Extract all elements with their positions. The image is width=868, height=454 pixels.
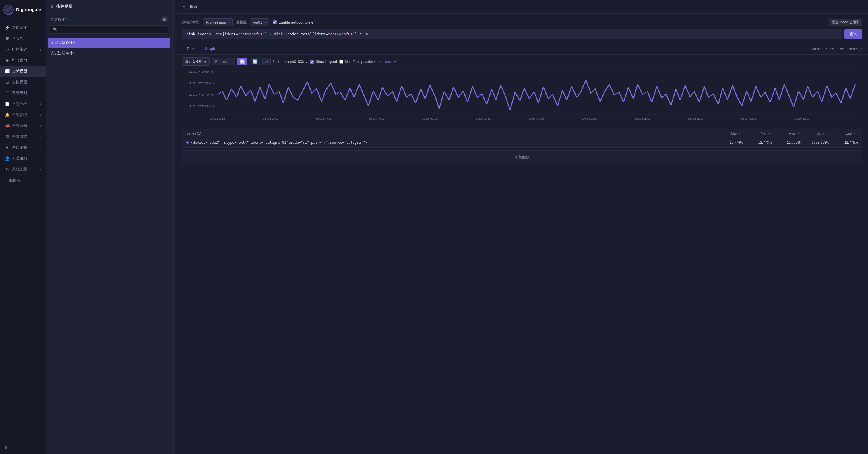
series-col-max[interactable]: Max ▲▼ bbox=[714, 131, 743, 135]
series-avg-value: 12.775% bbox=[772, 141, 801, 144]
chart-svg: 12.776% 12.775% 12.774% 12.773% 08:30 08… bbox=[182, 69, 862, 123]
menu-icon: ≡ bbox=[5, 445, 8, 450]
sidebar-item-instant-query[interactable]: ⊕ 即时查询 bbox=[0, 55, 46, 66]
series-col-avg[interactable]: Avg ▲▼ bbox=[772, 131, 801, 135]
load-info: Load time: 62ms Result series: 1 bbox=[809, 47, 862, 51]
sidebar-item-label: 系统配置 bbox=[12, 167, 27, 172]
query-controls: 数据源类型 Prometheus ∨ 数据源 vm01 ∨ Enable aut… bbox=[182, 19, 862, 26]
svg-text:08:45: 08:45 bbox=[369, 118, 385, 120]
scrollable-content: 数据源类型 Prometheus ∨ 数据源 vm01 ∨ Enable aut… bbox=[176, 14, 868, 454]
resolution-input[interactable] bbox=[212, 58, 235, 65]
bar-chart-button[interactable]: 📊 bbox=[250, 58, 260, 65]
infra-icon: 🖥 bbox=[5, 145, 10, 150]
search-input[interactable] bbox=[59, 27, 165, 32]
svg-text:08:55: 08:55 bbox=[475, 118, 491, 120]
sidebar-item-alert-self[interactable]: ✉ 告警自愈 › bbox=[0, 131, 46, 142]
chevron-icon: › bbox=[40, 102, 41, 106]
gear-icon: ⚙ bbox=[51, 5, 54, 9]
series-col-last[interactable]: Last ▲▼ bbox=[829, 131, 858, 135]
main-header: ✕ 查询 bbox=[176, 0, 868, 14]
autocomplete-checkbox[interactable] bbox=[273, 20, 277, 24]
table-row: {device="sda2",fstype="ext4",ident="cate… bbox=[182, 138, 862, 147]
sidebar-item-label: 仪表盘 bbox=[12, 36, 23, 41]
tab-table[interactable]: Table bbox=[182, 44, 200, 54]
sidebar-item-label: 指标视图 bbox=[12, 69, 27, 74]
tooltip-badge: 硬盘 inode 使用率 bbox=[829, 19, 862, 26]
sidebar-item-time-series[interactable]: ⏱ 时序指标 ∨ bbox=[0, 44, 46, 55]
datasource-select[interactable]: vm01 ∨ bbox=[250, 19, 269, 26]
sort-arrows: ▲▼ bbox=[767, 132, 772, 135]
add-panel-button[interactable]: 添加面板 bbox=[182, 150, 862, 164]
record-rules-icon: ☰ bbox=[5, 91, 10, 95]
quick-view-icon: ⊞ bbox=[5, 80, 10, 85]
collapse-handle[interactable]: ‹ bbox=[172, 0, 176, 454]
series-col-sum[interactable]: Sum ▲▼ bbox=[801, 131, 829, 135]
sidebar-item-label: 基础设施 bbox=[12, 145, 27, 150]
chevron-icon: › bbox=[40, 157, 41, 160]
datasource-label: 数据源 bbox=[236, 20, 247, 25]
collapse-icon: ‹ bbox=[174, 225, 175, 229]
series-col-min[interactable]: Min ▲▼ bbox=[743, 131, 772, 135]
close-button[interactable]: ✕ bbox=[182, 4, 186, 9]
graph-controls: 最近 1 小时 ∨ 📈 📊 ⇗ Unit percent(0-100) ∨ Sh… bbox=[176, 55, 868, 69]
filter-item[interactable]: 测试过滤条件A bbox=[48, 38, 169, 48]
filter-item[interactable]: 测试过滤条件B bbox=[46, 48, 172, 58]
sidebar-item-label: 即时查询 bbox=[12, 58, 27, 63]
autocomplete-label[interactable]: Enable autocomplete bbox=[273, 20, 313, 24]
sidebar-item-alert-mgmt[interactable]: 🔔 告警管理 › bbox=[0, 109, 46, 120]
log-analysis-icon: 📄 bbox=[5, 102, 10, 106]
chevron-icon: › bbox=[40, 124, 41, 127]
chevron-down-icon: ∨ bbox=[228, 21, 229, 24]
sidebar-item-datasource[interactable]: 数据源 bbox=[0, 175, 46, 186]
line-chart-button[interactable]: 📈 bbox=[237, 58, 247, 65]
sidebar-item-log-analysis[interactable]: 📄 日志分析 › bbox=[0, 98, 46, 109]
logo: Nightingale bbox=[0, 0, 46, 20]
multi-tooltip-label[interactable]: Multi Tooltip, order value desc asc bbox=[339, 59, 397, 64]
result-series: Result series: 1 bbox=[838, 47, 862, 51]
sidebar-item-alert-notify[interactable]: 📣 告警通知 › bbox=[0, 120, 46, 131]
quick-jump-icon: ⚡ bbox=[5, 25, 10, 30]
chevron-icon: › bbox=[40, 146, 41, 149]
sidebar-item-quick-view[interactable]: ⊞ 快捷视图 bbox=[0, 77, 46, 88]
svg-text:09:15: 09:15 bbox=[688, 118, 704, 120]
sidebar-item-org[interactable]: 👤 人员组织 › bbox=[0, 153, 46, 164]
show-legend-checkbox[interactable] bbox=[310, 60, 314, 64]
sidebar-item-metrics-view[interactable]: 📉 指标视图 bbox=[0, 66, 46, 77]
execute-button[interactable]: 查询 bbox=[844, 29, 862, 39]
share-button[interactable]: ⇗ bbox=[262, 58, 271, 65]
alert-mgmt-icon: 🔔 bbox=[5, 112, 10, 117]
sidebar-item-sys-config[interactable]: ⚙ 系统配置 ∨ bbox=[0, 164, 46, 175]
series-col-name: Series (1) bbox=[186, 131, 714, 135]
logo-icon bbox=[3, 5, 14, 15]
svg-text:09:00: 09:00 bbox=[528, 118, 545, 120]
sys-config-icon: ⚙ bbox=[5, 167, 10, 172]
multi-tooltip-checkbox[interactable] bbox=[339, 60, 343, 64]
chevron-icon: › bbox=[40, 135, 41, 138]
expand-button[interactable]: ⊡ bbox=[161, 17, 168, 22]
order-select[interactable]: desc asc bbox=[384, 59, 397, 64]
time-range-select[interactable]: 最近 1 小时 ∨ bbox=[182, 57, 210, 66]
show-legend-label[interactable]: Show Legend bbox=[310, 60, 337, 64]
sidebar-item-dashboard[interactable]: ▦ 仪表盘 › bbox=[0, 33, 46, 44]
info-icon: ⓘ bbox=[66, 17, 70, 22]
svg-point-0 bbox=[4, 5, 13, 14]
dashboard-icon: ▦ bbox=[5, 36, 10, 41]
chevron-icon: ∨ bbox=[39, 168, 41, 171]
search-box[interactable]: 🔍 bbox=[50, 25, 168, 34]
load-time: Load time: 62ms bbox=[809, 47, 834, 51]
sidebar-item-record-rules[interactable]: ☰ 记录规则 bbox=[0, 88, 46, 98]
query-display[interactable]: disk_inodes_used{ident="categraf01"} / d… bbox=[182, 29, 842, 39]
middle-header: ⚙ 指标视图 bbox=[46, 0, 172, 13]
sidebar-item-label: 告警管理 bbox=[12, 112, 27, 118]
query-area: 数据源类型 Prometheus ∨ 数据源 vm01 ∨ Enable aut… bbox=[176, 14, 868, 44]
unit-select[interactable]: percent(0-100) ∨ bbox=[282, 60, 308, 64]
svg-text:09:05: 09:05 bbox=[582, 118, 598, 120]
datasource-type-select[interactable]: Prometheus ∨ bbox=[203, 19, 233, 26]
datasource-value: vm01 bbox=[253, 20, 262, 24]
unit-label: Unit bbox=[273, 60, 279, 64]
sidebar-item-infra[interactable]: 🖥 基础设施 › bbox=[0, 142, 46, 153]
sidebar-item-quick-jump[interactable]: ⚡ 快捷跳转 bbox=[0, 22, 46, 33]
sort-arrows: ▲▼ bbox=[825, 132, 829, 135]
tab-graph[interactable]: Graph bbox=[200, 44, 220, 54]
svg-text:08:40: 08:40 bbox=[316, 118, 332, 120]
